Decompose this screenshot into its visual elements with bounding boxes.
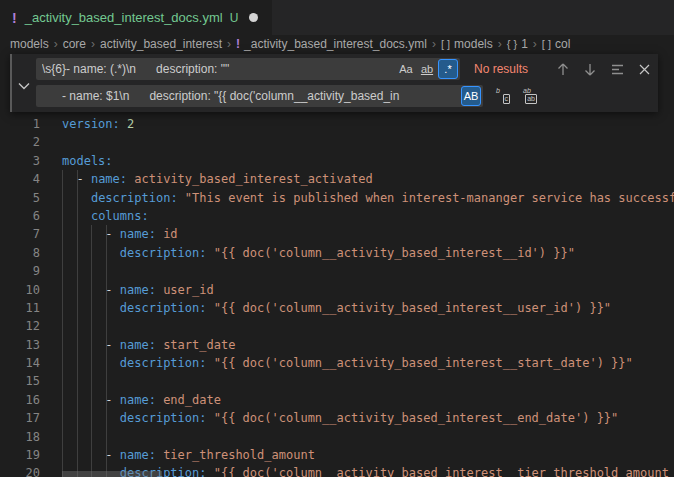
breadcrumb-item[interactable]: activity_based_interest bbox=[100, 37, 222, 51]
breadcrumb-item[interactable]: models bbox=[10, 37, 49, 51]
tab-active-file[interactable]: ! _activity_based_interest_docs.yml U bbox=[0, 0, 272, 35]
code-text: description: "{{ doc('column__activity_b… bbox=[40, 244, 575, 262]
breadcrumb-separator-icon: › bbox=[498, 37, 502, 51]
tab-filename: _activity_based_interest_docs.yml bbox=[25, 10, 223, 25]
find-option-regex-button[interactable]: .* bbox=[438, 59, 458, 79]
breadcrumb-separator-icon: › bbox=[227, 37, 231, 51]
code-line[interactable]: 3models: bbox=[0, 152, 674, 170]
unsaved-changes-dot-icon[interactable] bbox=[249, 13, 258, 22]
find-option-whole-word-button[interactable]: ab bbox=[417, 59, 437, 79]
code-text: - name: tier_threshold_amount bbox=[40, 446, 315, 464]
close-icon[interactable] bbox=[634, 59, 654, 79]
code-line[interactable]: 7 - name: id bbox=[0, 225, 674, 243]
code-line[interactable]: 12 bbox=[0, 317, 674, 335]
code-text: description: "This event is published wh… bbox=[40, 189, 674, 207]
line-number: 12 bbox=[0, 317, 40, 335]
breadcrumb-separator-icon: › bbox=[54, 37, 58, 51]
code-line[interactable]: 16 - name: end_date bbox=[0, 391, 674, 409]
code-text: description: "{{ doc('column__activity_b… bbox=[40, 299, 611, 317]
breadcrumb-item[interactable]: [ ]col bbox=[542, 37, 571, 51]
breadcrumb-item[interactable]: { }1 bbox=[507, 37, 528, 51]
yaml-file-icon: ! bbox=[236, 37, 240, 51]
code-text: version: 2 bbox=[40, 115, 134, 133]
code-line[interactable]: 4 - name: activity_based_interest_activa… bbox=[0, 170, 674, 188]
code-area: 1version: 223models:4 - name: activity_b… bbox=[0, 115, 674, 477]
breadcrumb-separator-icon: › bbox=[533, 37, 537, 51]
line-number: 4 bbox=[0, 170, 40, 188]
line-number: 6 bbox=[0, 207, 40, 225]
find-in-selection-icon[interactable] bbox=[607, 59, 627, 79]
replace-input[interactable]: - name: $1\n description: "{{ doc('colum… bbox=[36, 85, 483, 107]
code-text: columns: bbox=[40, 207, 149, 225]
code-line[interactable]: 9 bbox=[0, 262, 674, 280]
code-text bbox=[40, 372, 62, 390]
toggle-replace-chevron-icon[interactable] bbox=[16, 78, 32, 94]
line-number: 16 bbox=[0, 391, 40, 409]
replace-all-icon: ab ab bbox=[522, 88, 538, 104]
code-text bbox=[40, 317, 62, 335]
line-number: 14 bbox=[0, 354, 40, 372]
replace-icon: b c bbox=[495, 88, 511, 104]
line-number: 13 bbox=[0, 336, 40, 354]
code-line[interactable]: 10 - name: user_id bbox=[0, 281, 674, 299]
line-number: 19 bbox=[0, 446, 40, 464]
code-line[interactable]: 2 bbox=[0, 133, 674, 151]
code-line[interactable]: 5 description: "This event is published … bbox=[0, 189, 674, 207]
horizontal-scrollbar[interactable] bbox=[62, 471, 162, 477]
line-number: 5 bbox=[0, 189, 40, 207]
symbol-icon: [ ] bbox=[441, 38, 450, 50]
previous-match-button[interactable] bbox=[553, 59, 573, 79]
code-line[interactable]: 19 - name: tier_threshold_amount bbox=[0, 446, 674, 464]
code-text: - name: activity_based_interest_activate… bbox=[40, 170, 373, 188]
code-text: - name: user_id bbox=[40, 281, 214, 299]
breadcrumb-separator-icon: › bbox=[91, 37, 95, 51]
line-number: 15 bbox=[0, 372, 40, 390]
breadcrumb-item[interactable]: !_activity_based_interest_docs.yml bbox=[236, 37, 427, 51]
symbol-icon: { } bbox=[507, 38, 517, 50]
breadcrumb-item[interactable]: [ ]models bbox=[441, 37, 493, 51]
replace-all-button[interactable]: ab ab bbox=[520, 86, 540, 106]
code-line[interactable]: 1version: 2 bbox=[0, 115, 674, 133]
find-replace-widget: \s{6}- name: (.*)\n description: "" Aaab… bbox=[10, 54, 658, 112]
find-status: No results bbox=[474, 62, 546, 76]
code-line[interactable]: 15 bbox=[0, 372, 674, 390]
line-number: 8 bbox=[0, 244, 40, 262]
line-number: 1 bbox=[0, 115, 40, 133]
breadcrumb-label: col bbox=[555, 37, 570, 51]
code-line[interactable]: 13 - name: start_date bbox=[0, 336, 674, 354]
find-input[interactable]: \s{6}- name: (.*)\n description: "" Aaab… bbox=[36, 58, 460, 80]
line-number: 2 bbox=[0, 133, 40, 151]
breadcrumb-separator-icon: › bbox=[432, 37, 436, 51]
breadcrumb-label: models bbox=[10, 37, 49, 51]
line-number: 18 bbox=[0, 428, 40, 446]
code-text bbox=[40, 428, 62, 446]
line-number: 20 bbox=[0, 464, 40, 477]
tab-bar: ! _activity_based_interest_docs.yml U bbox=[0, 0, 674, 35]
find-option-match-case-button[interactable]: Aa bbox=[396, 59, 416, 79]
replace-button[interactable]: b c bbox=[493, 86, 513, 106]
yaml-file-icon: ! bbox=[12, 10, 17, 26]
code-text: description: "{{ doc('column__activity_b… bbox=[40, 354, 633, 372]
breadcrumb-item[interactable]: core bbox=[63, 37, 86, 51]
next-match-button[interactable] bbox=[580, 59, 600, 79]
code-line[interactable]: 18 bbox=[0, 428, 674, 446]
code-line[interactable]: 11 description: "{{ doc('column__activit… bbox=[0, 299, 674, 317]
line-number: 17 bbox=[0, 409, 40, 427]
editor-pane[interactable]: 1version: 223models:4 - name: activity_b… bbox=[0, 53, 674, 477]
code-line[interactable]: 17 description: "{{ doc('column__activit… bbox=[0, 409, 674, 427]
replace-option-preserve-case-button[interactable]: AB bbox=[461, 86, 481, 106]
line-number: 10 bbox=[0, 281, 40, 299]
breadcrumb-label: _activity_based_interest_docs.yml bbox=[244, 37, 427, 51]
code-line[interactable]: 8 description: "{{ doc('column__activity… bbox=[0, 244, 674, 262]
code-line[interactable]: 6 columns: bbox=[0, 207, 674, 225]
code-text: - name: id bbox=[40, 225, 178, 243]
code-text: - name: start_date bbox=[40, 336, 235, 354]
breadcrumb: models›core›activity_based_interest›!_ac… bbox=[0, 35, 674, 53]
line-number: 9 bbox=[0, 262, 40, 280]
code-text bbox=[40, 262, 62, 280]
breadcrumb-label: activity_based_interest bbox=[100, 37, 222, 51]
symbol-icon: [ ] bbox=[542, 38, 551, 50]
code-line[interactable]: 14 description: "{{ doc('column__activit… bbox=[0, 354, 674, 372]
line-number: 11 bbox=[0, 299, 40, 317]
breadcrumb-label: 1 bbox=[521, 37, 528, 51]
